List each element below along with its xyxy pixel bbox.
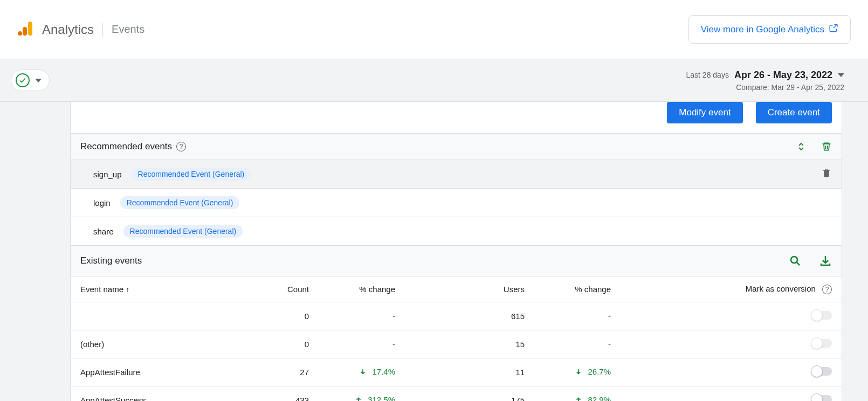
- recommended-event-name: share: [93, 227, 114, 236]
- create-event-button[interactable]: Create event: [756, 102, 832, 123]
- date-range-compare: Compare: Mar 29 - Apr 25, 2022: [686, 83, 845, 92]
- recommended-event-name: login: [93, 198, 111, 208]
- dropdown-caret-icon: [35, 79, 42, 82]
- cell-count: 0: [243, 302, 319, 330]
- existing-events-card: Existing events Event name: [70, 246, 842, 401]
- expand-collapse-icon[interactable]: [796, 142, 806, 151]
- download-icon[interactable]: [819, 254, 832, 267]
- recommended-events-card: Recommended events ? sign_up Recommend: [70, 133, 842, 246]
- cell-users: 615: [405, 302, 534, 330]
- date-range-picker[interactable]: Last 28 days Apr 26 - May 23, 2022 Compa…: [686, 70, 858, 92]
- event-buttons-row: Modify event Create event: [70, 102, 842, 133]
- events-table: Event name ↑ Count % change Users % chan…: [71, 276, 842, 401]
- brand: Analytics: [17, 19, 94, 40]
- conversion-toggle[interactable]: [811, 339, 832, 348]
- cell-users: 175: [405, 386, 534, 401]
- cell-event-name: AppAttestSuccess: [71, 386, 243, 401]
- cell-users-change: -: [534, 330, 621, 358]
- svg-rect-0: [28, 22, 32, 36]
- content-area: Modify event Create event Recommended ev…: [0, 102, 868, 401]
- col-users-change[interactable]: % change: [534, 276, 621, 302]
- cell-conversion-toggle[interactable]: [621, 386, 842, 401]
- help-icon[interactable]: ?: [176, 142, 186, 151]
- existing-header: Existing events: [71, 246, 842, 276]
- cell-count-change: -: [319, 302, 405, 330]
- cell-conversion-toggle[interactable]: [621, 358, 842, 386]
- cell-event-name: AppAttestFailure: [71, 358, 243, 386]
- recommended-chip: Recommended Event (General): [132, 168, 251, 181]
- cell-users-change: 82.9%: [534, 386, 621, 401]
- recommended-event-name: sign_up: [93, 170, 122, 179]
- cell-users-change: -: [534, 302, 621, 330]
- delete-row-icon[interactable]: [821, 168, 832, 178]
- open-external-icon: [829, 23, 838, 36]
- cell-count: 433: [243, 386, 319, 401]
- recommended-row[interactable]: login Recommended Event (General): [71, 189, 842, 217]
- table-header-row: Event name ↑ Count % change Users % chan…: [71, 276, 842, 302]
- col-users[interactable]: Users: [405, 276, 534, 302]
- recommended-chip: Recommended Event (General): [123, 225, 243, 238]
- view-in-ga-button[interactable]: View more in Google Analytics: [688, 15, 851, 44]
- recommended-title: Recommended events: [80, 141, 172, 152]
- help-icon[interactable]: ?: [822, 285, 832, 294]
- cell-users: 11: [405, 358, 534, 386]
- check-circle-icon: [16, 73, 30, 87]
- svg-point-3: [791, 257, 797, 263]
- recommended-header: Recommended events ?: [71, 134, 842, 160]
- col-count-change[interactable]: % change: [319, 276, 405, 302]
- col-event-name[interactable]: Event name ↑: [71, 276, 243, 302]
- page-name: Events: [112, 23, 144, 36]
- cell-count: 0: [243, 330, 319, 358]
- date-range-value: Apr 26 - May 23, 2022: [734, 70, 832, 81]
- recommended-chip: Recommended Event (General): [120, 196, 240, 209]
- svg-line-4: [797, 262, 800, 266]
- cell-count-change: 17.4%: [319, 358, 405, 386]
- brand-name: Analytics: [42, 22, 94, 37]
- svg-point-2: [18, 31, 22, 36]
- conversion-toggle[interactable]: [811, 395, 832, 401]
- brand-divider: [102, 23, 103, 37]
- appbar: Analytics Events View more in Google Ana…: [0, 0, 868, 59]
- delete-all-icon[interactable]: [821, 141, 832, 152]
- subbar: Last 28 days Apr 26 - May 23, 2022 Compa…: [0, 59, 868, 102]
- cell-count-change: -: [319, 330, 405, 358]
- existing-title: Existing events: [80, 255, 142, 266]
- table-row[interactable]: (other)0-15-: [71, 330, 842, 358]
- conversion-toggle[interactable]: [811, 311, 832, 320]
- cell-event-name: (other): [71, 330, 243, 358]
- cell-conversion-toggle[interactable]: [621, 302, 842, 330]
- sort-asc-icon: ↑: [126, 285, 129, 294]
- cell-event-name: [71, 302, 243, 330]
- search-icon[interactable]: [789, 254, 802, 267]
- table-row[interactable]: 0-615-: [71, 302, 842, 330]
- view-in-ga-label: View more in Google Analytics: [701, 24, 824, 35]
- table-row[interactable]: AppAttestFailure2717.4%1126.7%: [71, 358, 842, 386]
- cell-users: 15: [405, 330, 534, 358]
- date-range-label: Last 28 days: [686, 71, 729, 79]
- recommended-row[interactable]: sign_up Recommended Event (General): [71, 160, 842, 189]
- col-mark-conversion: Mark as conversion ?: [621, 276, 842, 302]
- modify-event-button[interactable]: Modify event: [667, 102, 742, 123]
- cell-conversion-toggle[interactable]: [621, 330, 842, 358]
- cell-count-change: 312.5%: [319, 386, 405, 401]
- analytics-logo-icon: [17, 19, 36, 40]
- date-caret-icon: [838, 73, 844, 77]
- cell-count: 27: [243, 358, 319, 386]
- svg-rect-1: [23, 27, 27, 36]
- status-filter-pill[interactable]: [11, 70, 50, 91]
- table-row[interactable]: AppAttestSuccess433312.5%17582.9%: [71, 386, 842, 401]
- cell-users-change: 26.7%: [534, 358, 621, 386]
- conversion-toggle[interactable]: [811, 367, 832, 376]
- col-count[interactable]: Count: [243, 276, 319, 302]
- recommended-row[interactable]: share Recommended Event (General): [71, 217, 842, 245]
